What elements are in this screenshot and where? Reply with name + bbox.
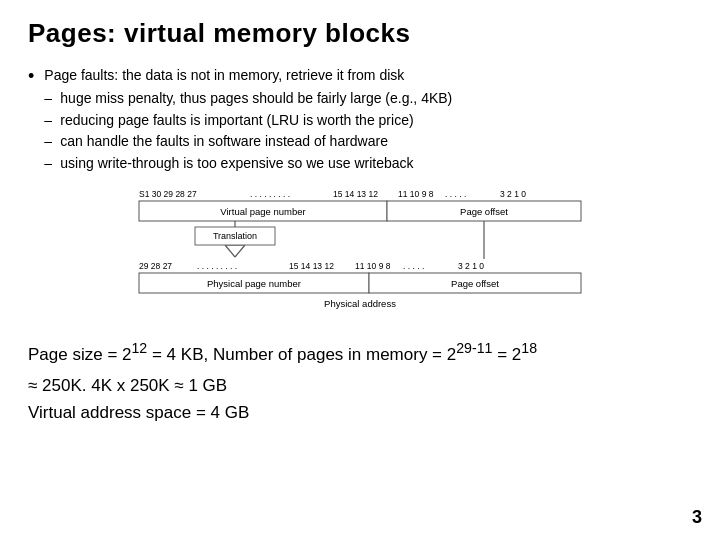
bullet-dot: •: [28, 66, 34, 87]
svg-text:. . . . .: . . . . .: [403, 261, 424, 271]
svg-text:11 10 9 8: 11 10 9 8: [355, 261, 391, 271]
list-item: using write-through is too expensive so …: [44, 153, 452, 175]
formula-line3: Virtual address space = 4 GB: [28, 399, 692, 426]
svg-text:. . . . . . . . .: . . . . . . . . .: [250, 189, 290, 199]
svg-text:S1 30 29 28 27: S1 30 29 28 27: [139, 189, 197, 199]
page-title: Pages: virtual memory blocks: [28, 18, 692, 49]
diagram-wrapper: S1 30 29 28 27 . . . . . . . . . 15 14 1…: [28, 187, 692, 327]
svg-line-13: [235, 245, 245, 257]
svg-text:Physical address: Physical address: [324, 298, 396, 309]
svg-text:15 14 13 12: 15 14 13 12: [333, 189, 378, 199]
list-item: can handle the faults in software instea…: [44, 131, 452, 153]
bullet-content: Page faults: the data is not in memory, …: [44, 65, 452, 175]
list-item: huge miss penalty, thus pages should be …: [44, 88, 452, 110]
svg-text:15 14 13 12: 15 14 13 12: [289, 261, 334, 271]
list-item: reducing page faults is important (LRU i…: [44, 110, 452, 132]
svg-text:3 2 1 0: 3 2 1 0: [500, 189, 526, 199]
svg-text:Translation: Translation: [213, 231, 257, 241]
formula-line1: Page size = 212 = 4 KB, Number of pages …: [28, 337, 692, 368]
formula-section: Page size = 212 = 4 KB, Number of pages …: [28, 337, 692, 426]
memory-diagram: S1 30 29 28 27 . . . . . . . . . 15 14 1…: [135, 187, 585, 327]
svg-text:29 28 27: 29 28 27: [139, 261, 172, 271]
svg-text:11 10 9 8: 11 10 9 8: [398, 189, 434, 199]
svg-text:Page offset: Page offset: [460, 206, 508, 217]
svg-text:3 2 1 0: 3 2 1 0: [458, 261, 484, 271]
formula-line2: ≈ 250K. 4K x 250K ≈ 1 GB: [28, 372, 692, 399]
bullet-list: huge miss penalty, thus pages should be …: [44, 88, 452, 175]
svg-text:. . . . .: . . . . .: [445, 189, 466, 199]
slide-number: 3: [692, 507, 702, 528]
bullet-section: • Page faults: the data is not in memory…: [28, 65, 692, 175]
svg-text:Physical page number: Physical page number: [207, 278, 301, 289]
svg-text:Virtual page number: Virtual page number: [220, 206, 305, 217]
svg-text:Page offset: Page offset: [451, 278, 499, 289]
svg-line-12: [225, 245, 235, 257]
bullet-intro: Page faults: the data is not in memory, …: [44, 65, 452, 86]
svg-text:. . . . . . . . .: . . . . . . . . .: [197, 261, 237, 271]
